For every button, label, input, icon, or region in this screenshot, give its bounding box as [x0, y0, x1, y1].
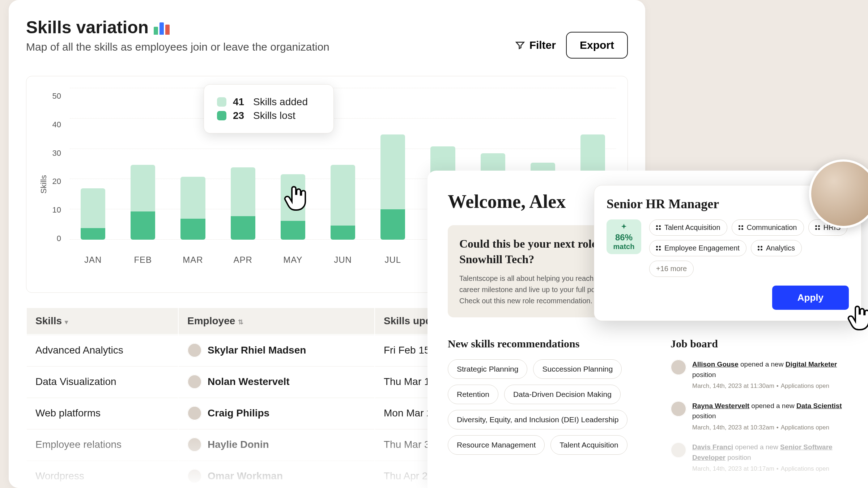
welcome-panel: Welcome, Alex Could this be your next ro… [427, 171, 868, 488]
job-role-link[interactable]: Digital Marketer [786, 360, 837, 368]
job-meta: March, 14th, 2023 at 10:17am•Application… [692, 464, 848, 474]
sparkle-icon [620, 223, 628, 231]
avatar [187, 406, 202, 420]
sort-icon: ⇅ [238, 318, 243, 326]
avatar [187, 469, 202, 483]
bar-jun[interactable] [331, 88, 355, 240]
job-board-heading: Job board [671, 338, 848, 350]
x-tick: APR [231, 255, 255, 265]
cell-employee: Craig Philips [187, 406, 366, 420]
apply-button[interactable]: Apply [772, 286, 849, 310]
avatar [671, 359, 686, 375]
skill-tag[interactable]: Talent Acquisition [550, 435, 627, 455]
col-employee[interactable]: Employee⇅ [179, 308, 374, 334]
cell-skill: Advanced Analytics [27, 335, 178, 365]
cell-employee: Skylar Rhiel Madsen [187, 343, 366, 358]
role-skill-tag[interactable]: Analytics [751, 240, 802, 256]
bar-mar[interactable] [180, 88, 205, 240]
cursor-hand-icon [847, 303, 868, 331]
bar-chart-icon [154, 20, 170, 35]
role-skill-tag[interactable]: Communication [732, 219, 804, 236]
avatar [187, 437, 202, 452]
col-skills[interactable]: Skills▾ [27, 308, 178, 334]
role-skill-tag[interactable]: Talent Acquisition [649, 219, 727, 236]
bar-jan[interactable] [81, 88, 105, 240]
skill-tag[interactable]: Resource Management [448, 435, 545, 455]
page-subtitle: Map of all the skills as employees join … [26, 41, 329, 53]
avatar [187, 374, 202, 389]
avatar [187, 343, 202, 358]
bar-jul[interactable] [380, 88, 405, 240]
job-item[interactable]: Davis Franci opened a new Senior Softwar… [671, 442, 848, 474]
job-person-link[interactable]: Rayna Westervelt [692, 402, 749, 410]
y-axis-ticks: 50 40 30 20 10 0 [47, 91, 61, 243]
x-tick: JUL [380, 255, 405, 265]
legend-swatch-added [217, 97, 226, 107]
job-meta: March, 14th, 2023 at 10:32am•Application… [692, 423, 848, 432]
skill-tag[interactable]: Retention [448, 385, 498, 404]
x-tick: FEB [131, 255, 155, 265]
skill-tag[interactable]: Diversity, Equity, and Inclusion (DEI) L… [448, 410, 627, 429]
job-role-link[interactable]: Data Scientist [796, 402, 842, 410]
cell-skill: Wordpress [27, 461, 178, 488]
avatar [671, 442, 686, 458]
filter-icon [515, 40, 525, 50]
skill-tag[interactable]: Succession Planning [533, 359, 622, 379]
cell-skill: Web platforms [27, 398, 178, 428]
job-meta: March, 14th, 2023 at 11:30am•Application… [692, 381, 848, 391]
sort-icon: ▾ [65, 318, 68, 326]
skills-rec-heading: New skills recommendations [448, 338, 650, 350]
job-person-link[interactable]: Allison Gouse [692, 360, 739, 368]
role-match-card: Senior HR Manager 86% match Talent Acqui… [594, 185, 861, 321]
role-skill-more[interactable]: +16 more [649, 261, 694, 277]
job-item[interactable]: Allison Gouse opened a new Digital Marke… [671, 359, 848, 391]
role-skill-tag[interactable]: Employee Engagement [649, 240, 746, 256]
skill-tag[interactable]: Strategic Planning [448, 359, 527, 379]
filter-button[interactable]: Filter [515, 39, 556, 51]
export-button[interactable]: Export [566, 32, 628, 59]
profile-avatar[interactable] [809, 159, 868, 228]
cell-employee: Omar Workman [187, 469, 366, 483]
job-item[interactable]: Rayna Westervelt opened a new Data Scien… [671, 401, 848, 432]
bar-feb[interactable] [131, 88, 155, 240]
x-tick: JAN [81, 255, 105, 265]
skill-tag[interactable]: Data-Driven Decision Making [504, 385, 621, 404]
cell-employee: Haylie Donin [187, 437, 366, 452]
x-tick: MAY [281, 255, 305, 265]
legend-swatch-lost [217, 111, 226, 120]
match-badge: 86% match [607, 219, 641, 254]
cell-skill: Employee relations [27, 429, 178, 460]
job-person-link[interactable]: Davis Franci [692, 443, 733, 451]
x-tick: JUN [331, 255, 355, 265]
x-tick: MAR [180, 255, 205, 265]
cell-skill: Data Visualization [27, 366, 178, 397]
cell-employee: Nolan Westervelt [187, 374, 366, 389]
chart-tooltip: 41 Skills added 23 Skills lost [204, 84, 334, 133]
avatar [671, 401, 686, 417]
page-title: Skills variation [26, 17, 329, 37]
